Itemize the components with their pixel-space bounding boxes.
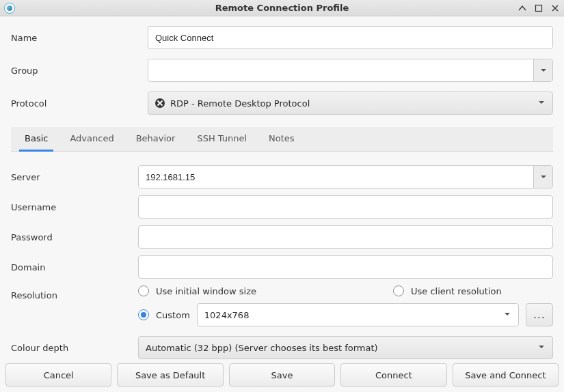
window-root: Remote Connection Profile Name Group	[0, 0, 564, 392]
group-input[interactable]	[148, 59, 533, 81]
maximize-icon[interactable]	[534, 3, 543, 13]
titlebar: Remote Connection Profile	[0, 0, 564, 16]
tab-body-basic: Server Username Password Domain	[0, 152, 564, 359]
radio-custom-row: Custom 1024x768 ...	[138, 303, 553, 326]
row-resolution: Resolution Use initial window size Use c…	[11, 285, 553, 326]
rdp-icon	[155, 98, 165, 108]
group-dropdown-button[interactable]	[533, 59, 552, 81]
tab-behavior[interactable]: Behavior	[125, 126, 187, 151]
row-username: Username	[11, 195, 553, 219]
tab-basic[interactable]: Basic	[14, 126, 59, 151]
password-input[interactable]	[138, 225, 553, 249]
tab-advanced[interactable]: Advanced	[59, 126, 124, 151]
cancel-button[interactable]: Cancel	[5, 363, 111, 387]
domain-input[interactable]	[138, 255, 553, 279]
radio-icon	[138, 285, 149, 296]
radio-custom[interactable]: Custom	[138, 309, 190, 320]
chevron-down-icon	[503, 310, 511, 320]
row-server: Server	[11, 165, 553, 188]
group-combo[interactable]	[148, 59, 553, 82]
row-password: Password	[11, 225, 553, 249]
domain-label: Domain	[11, 262, 138, 272]
tab-ssh[interactable]: SSH Tunnel	[186, 126, 258, 151]
colour-depth-select[interactable]: Automatic (32 bpp) (Server chooses its b…	[138, 336, 553, 359]
resolution-radio-group: Use initial window size Use client resol…	[138, 285, 553, 296]
chevron-down-icon	[537, 98, 546, 109]
save-as-default-button[interactable]: Save as Default	[117, 363, 223, 387]
protocol-label: Protocol	[11, 98, 148, 109]
radio-icon	[393, 285, 404, 296]
radio-initial-label: Use initial window size	[156, 286, 256, 296]
server-combo[interactable]	[138, 165, 553, 188]
username-label: Username	[11, 202, 138, 212]
connect-button[interactable]: Connect	[340, 363, 446, 387]
rollup-icon[interactable]	[518, 3, 527, 13]
group-label: Group	[11, 66, 148, 76]
server-dropdown-button[interactable]	[533, 166, 552, 188]
radio-icon-checked	[138, 309, 149, 320]
name-input[interactable]	[148, 26, 553, 49]
resolution-label: Resolution	[11, 285, 138, 300]
window-title: Remote Connection Profile	[0, 3, 564, 13]
radio-client-label: Use client resolution	[411, 286, 502, 296]
radio-client-resolution[interactable]: Use client resolution	[393, 285, 502, 296]
radio-custom-label: Custom	[156, 310, 190, 320]
header-form: Name Group Protocol	[0, 16, 564, 127]
colour-depth-value: Automatic (32 bpp) (Server chooses its b…	[146, 343, 378, 353]
server-input[interactable]	[139, 166, 533, 188]
resolution-more-button[interactable]: ...	[526, 303, 553, 326]
colour-depth-label: Colour depth	[11, 343, 138, 353]
password-label: Password	[11, 232, 138, 242]
radio-initial-window-size[interactable]: Use initial window size	[138, 285, 256, 296]
tab-notes[interactable]: Notes	[258, 126, 306, 151]
chevron-down-icon	[537, 343, 546, 353]
button-bar: Cancel Save as Default Save Connect Save…	[0, 359, 564, 392]
row-name: Name	[11, 26, 553, 49]
window-controls	[518, 3, 560, 13]
custom-resolution-select[interactable]: 1024x768	[197, 303, 519, 326]
row-protocol: Protocol RDP - Remote Desktop Protocol	[11, 92, 553, 115]
tabbar: Basic Advanced Behavior SSH Tunnel Notes	[11, 127, 553, 152]
save-and-connect-button[interactable]: Save and Connect	[453, 363, 559, 387]
close-icon[interactable]	[550, 3, 560, 13]
protocol-value: RDP - Remote Desktop Protocol	[170, 98, 310, 109]
name-label: Name	[11, 33, 148, 43]
row-colour-depth: Colour depth Automatic (32 bpp) (Server …	[11, 336, 553, 359]
username-input[interactable]	[138, 195, 553, 219]
app-icon	[4, 3, 15, 14]
custom-resolution-value: 1024x768	[204, 310, 250, 320]
row-domain: Domain	[11, 255, 553, 279]
svg-rect-0	[536, 5, 542, 11]
server-label: Server	[11, 172, 138, 182]
row-group: Group	[11, 59, 553, 82]
save-button[interactable]: Save	[229, 363, 335, 387]
protocol-select[interactable]: RDP - Remote Desktop Protocol	[148, 92, 553, 115]
